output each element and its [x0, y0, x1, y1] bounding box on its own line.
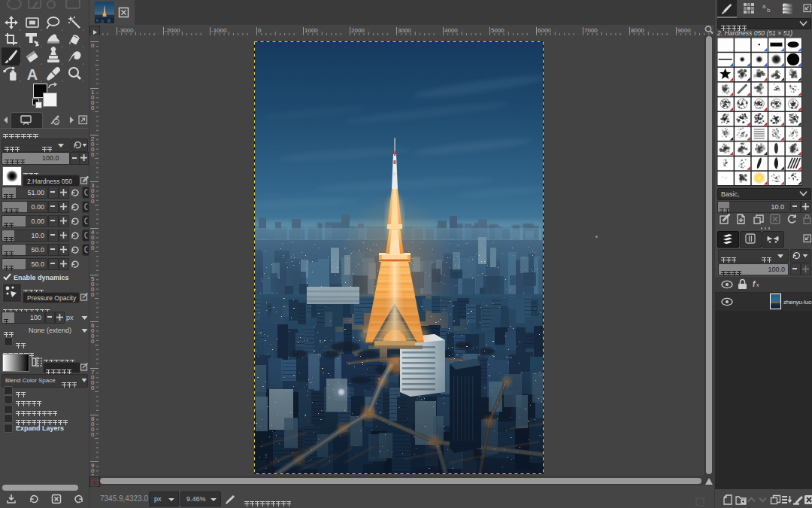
svg-text:o: o — [55, 120, 58, 125]
svg-text:0: 0 — [91, 291, 95, 298]
svg-text:9000: 9000 — [677, 27, 691, 34]
svg-text:1000: 1000 — [304, 27, 318, 34]
svg-text:0: 0 — [91, 42, 95, 49]
svg-text:-3000: -3000 — [118, 27, 134, 34]
svg-text:6000: 6000 — [538, 27, 551, 34]
svg-text:0: 0 — [258, 27, 262, 34]
svg-text:5000: 5000 — [491, 27, 504, 34]
svg-text:8000: 8000 — [631, 27, 644, 34]
svg-text:0: 0 — [91, 431, 95, 438]
svg-text:3000: 3000 — [398, 27, 411, 34]
svg-text:0: 0 — [91, 151, 95, 158]
svg-text:0: 0 — [91, 198, 95, 205]
svg-text:-2000: -2000 — [165, 27, 180, 34]
svg-text:0: 0 — [91, 105, 95, 111]
svg-text:0: 0 — [91, 245, 95, 251]
svg-text:0: 0 — [91, 385, 95, 391]
svg-text:0: 0 — [91, 473, 95, 476]
svg-text:-1000: -1000 — [211, 27, 227, 34]
svg-text:4000: 4000 — [444, 27, 458, 34]
svg-text:0: 0 — [91, 338, 95, 345]
svg-text:7000: 7000 — [584, 27, 598, 34]
svg-text:2000: 2000 — [351, 27, 365, 34]
